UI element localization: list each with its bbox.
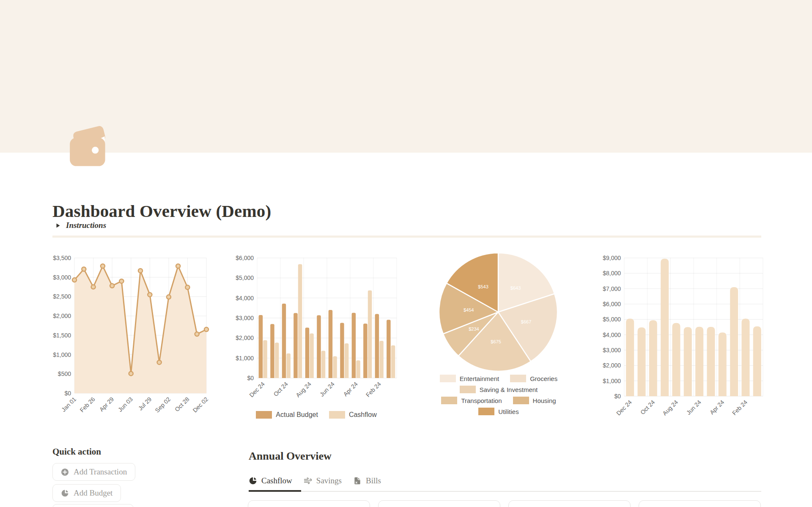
legend-item: Entertainment	[440, 375, 499, 382]
svg-text:Oct 24: Oct 24	[639, 399, 656, 416]
legend-label: Saving & Investment	[480, 386, 538, 393]
svg-text:$0: $0	[614, 393, 621, 400]
svg-text:$500: $500	[58, 370, 71, 377]
active-tab-underline	[249, 490, 301, 492]
legend-item: Housing	[513, 397, 556, 404]
overview-card[interactable]	[248, 500, 370, 507]
annual-overview-cards	[248, 500, 761, 507]
svg-text:$1,000: $1,000	[53, 351, 71, 358]
legend-label: Utilities	[498, 408, 518, 415]
svg-text:$3,000: $3,000	[53, 274, 71, 281]
svg-text:Oct 28: Oct 28	[173, 396, 191, 413]
svg-text:$643: $643	[510, 285, 521, 290]
annual-overview-tabs: Cashflow Savings Bills	[249, 473, 381, 489]
svg-text:Apr 29: Apr 29	[98, 396, 115, 413]
pie-chart-legend: EntertainmentGroceriesSaving & Investmen…	[432, 375, 565, 415]
svg-text:$9,000: $9,000	[603, 255, 621, 261]
svg-text:$7,000: $7,000	[603, 285, 621, 292]
chart-budget-vs-cashflow-bars: $0$1,000$2,000$3,000$4,000$5,000$6,000De…	[233, 252, 400, 411]
add-transaction-label: Add Transaction	[74, 467, 127, 477]
svg-text:Jun 24: Jun 24	[685, 399, 702, 416]
svg-text:Feb 24: Feb 24	[365, 381, 382, 398]
svg-text:Apr 24: Apr 24	[708, 399, 726, 416]
svg-text:$8,000: $8,000	[603, 270, 621, 277]
svg-text:$6,000: $6,000	[236, 255, 254, 261]
svg-text:$3,000: $3,000	[603, 347, 621, 354]
file-icon	[353, 477, 362, 485]
legend-swatch	[441, 397, 457, 404]
wallet-icon[interactable]	[67, 122, 114, 169]
svg-text:$5,000: $5,000	[603, 316, 621, 323]
legend-item: Saving & Investment	[460, 386, 538, 393]
svg-text:$234: $234	[469, 326, 479, 332]
svg-text:Sep 02: Sep 02	[154, 396, 172, 414]
tab-bills[interactable]: Bills	[353, 476, 381, 485]
legend-swatch	[510, 375, 526, 382]
tab-cashflow[interactable]: Cashflow	[249, 476, 292, 485]
legend-label: Housing	[533, 397, 556, 404]
chart-expense-pie: $643$667$675$234$454$543	[434, 251, 562, 376]
svg-text:Aug 24: Aug 24	[294, 381, 313, 399]
svg-text:Dec 24: Dec 24	[248, 381, 266, 399]
legend-label: Entertainment	[460, 375, 499, 382]
legend-label: Actual Budget	[276, 411, 318, 419]
svg-text:$667: $667	[521, 319, 531, 324]
plus-circle-icon	[61, 468, 69, 476]
legend-item: Utilities	[478, 408, 518, 415]
notion-page: Dashboard Overview (Demo) Instructions $…	[0, 0, 812, 507]
svg-text:$3,000: $3,000	[236, 315, 254, 321]
svg-text:Oct 24: Oct 24	[272, 381, 289, 398]
legend-swatch	[478, 408, 494, 415]
svg-text:Dec 02: Dec 02	[191, 396, 209, 414]
tabs-divider	[249, 491, 761, 492]
pie-chart-icon	[249, 477, 257, 485]
svg-text:$1,000: $1,000	[603, 378, 621, 384]
overview-card[interactable]	[378, 500, 500, 507]
legend-swatch	[256, 411, 272, 419]
svg-text:$2,500: $2,500	[53, 293, 71, 300]
svg-text:$0: $0	[247, 375, 254, 381]
svg-text:Feb 26: Feb 26	[79, 396, 96, 414]
svg-text:Jun 03: Jun 03	[117, 396, 134, 413]
legend-item: Cashflow	[329, 411, 377, 419]
tab-label: Savings	[316, 476, 342, 485]
legend-swatch	[513, 397, 529, 404]
bar-chart-legend: Actual BudgetCashflow	[233, 411, 400, 419]
svg-text:$6,000: $6,000	[603, 301, 621, 307]
svg-text:$4,000: $4,000	[236, 295, 254, 301]
chart-monthly-spend-bars: $0$1,000$2,000$3,000$4,000$5,000$6,000$7…	[597, 252, 766, 429]
svg-text:$1,000: $1,000	[236, 355, 254, 362]
cover-banner[interactable]	[0, 0, 812, 153]
cash-flow-icon	[304, 477, 312, 485]
svg-text:$5,000: $5,000	[236, 274, 254, 281]
svg-text:Jul 29: Jul 29	[137, 396, 153, 412]
section-divider	[52, 236, 761, 238]
tab-label: Cashflow	[261, 476, 292, 485]
instructions-toggle[interactable]: Instructions	[56, 221, 106, 230]
add-budget-button[interactable]: Add Budget	[52, 484, 121, 502]
svg-text:$2,000: $2,000	[53, 312, 71, 319]
page-title: Dashboard Overview (Demo)	[52, 201, 271, 221]
add-transaction-button[interactable]: Add Transaction	[52, 463, 135, 481]
legend-swatch	[460, 386, 476, 393]
svg-text:$543: $543	[478, 284, 488, 289]
svg-text:$4,000: $4,000	[603, 332, 621, 338]
legend-label: Transportation	[461, 397, 502, 404]
svg-text:Aug 24: Aug 24	[661, 399, 679, 417]
svg-text:Jun 24: Jun 24	[318, 381, 336, 398]
legend-swatch	[329, 411, 345, 419]
svg-text:Apr 24: Apr 24	[342, 381, 359, 398]
instructions-label: Instructions	[66, 221, 106, 230]
overview-card[interactable]	[639, 500, 761, 507]
legend-label: Groceries	[530, 375, 557, 382]
svg-text:$2,000: $2,000	[603, 362, 621, 369]
tab-savings[interactable]: Savings	[304, 476, 342, 485]
svg-text:Dec 24: Dec 24	[615, 399, 633, 417]
overview-card[interactable]	[508, 500, 631, 507]
quick-action-heading: Quick action	[52, 447, 101, 457]
quick-action-button-partial[interactable]	[52, 504, 134, 507]
legend-item: Transportation	[441, 397, 502, 404]
svg-text:$675: $675	[491, 339, 501, 344]
legend-swatch	[440, 375, 456, 382]
legend-label: Cashflow	[349, 411, 377, 419]
